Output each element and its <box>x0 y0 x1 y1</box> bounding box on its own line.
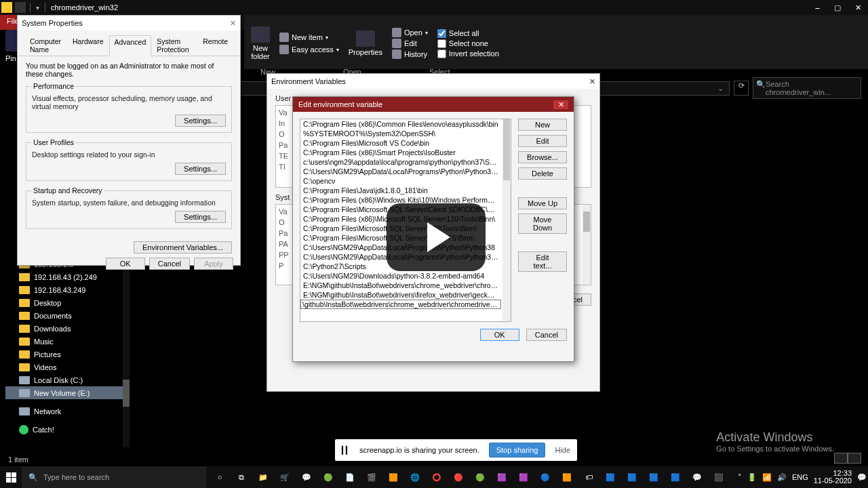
sidebar-item[interactable]: Network <box>5 405 125 418</box>
taskbar-app[interactable]: 🟦 <box>666 468 685 487</box>
sidebar-item[interactable]: Videos <box>5 361 125 373</box>
taskbar-app[interactable]: 🟢 <box>471 468 490 487</box>
close-icon[interactable]: ✕ <box>553 100 568 109</box>
start-button[interactable] <box>0 466 22 488</box>
tab-advanced[interactable]: Advanced <box>109 35 152 56</box>
prof-settings-button[interactable]: Settings... <box>175 163 226 175</box>
taskbar-app[interactable]: 🛒 <box>275 468 294 487</box>
stop-sharing-button[interactable]: Stop sharing <box>489 443 546 458</box>
sidebar-item[interactable]: Catch! <box>5 423 125 436</box>
ok-button[interactable]: OK <box>480 329 519 341</box>
perf-settings-button[interactable]: Settings... <box>175 115 226 127</box>
clock[interactable]: 12:3311-05-2020 <box>814 470 852 485</box>
tray-up-icon[interactable]: ˄ <box>738 473 742 482</box>
path-item[interactable]: C:\Users\NGM29\AppData\Local\Programs\Py… <box>300 167 501 176</box>
taskbar-app[interactable]: 🟦 <box>644 468 663 487</box>
taskbar-app[interactable]: 🔴 <box>449 468 468 487</box>
path-item[interactable]: c:\users\ngm29\appdata\local\programs\py… <box>300 157 501 167</box>
edit-button[interactable]: Edit <box>392 39 428 48</box>
move-up-button[interactable]: Move Up <box>518 197 567 209</box>
taskbar-app[interactable]: 📄 <box>340 468 359 487</box>
view-buttons[interactable] <box>834 453 861 464</box>
easy-access-button[interactable]: Easy access▾ <box>279 45 339 54</box>
play-overlay-button[interactable] <box>387 203 486 271</box>
hide-button[interactable]: Hide <box>555 446 570 454</box>
path-item[interactable]: %SYSTEMROOT%\System32\OpenSSH\ <box>300 129 501 138</box>
select-none-button[interactable]: Select none <box>437 39 499 48</box>
sidebar-item[interactable]: Desktop <box>5 296 125 309</box>
new-button[interactable]: New <box>518 119 567 131</box>
taskbar-app[interactable]: ⬛ <box>709 468 728 487</box>
move-down-button[interactable]: Move Down <box>518 214 567 234</box>
sidebar-item[interactable] <box>5 418 125 423</box>
ok-button[interactable]: OK <box>106 258 145 270</box>
taskbar-app[interactable]: 🟦 <box>601 468 620 487</box>
invert-selection-button[interactable]: Invert selection <box>437 49 499 58</box>
taskbar-app[interactable]: ○ <box>210 468 229 487</box>
lang-indicator[interactable]: ENG <box>792 473 808 481</box>
edit-text-button[interactable]: Edit text... <box>518 251 567 272</box>
apply-button[interactable]: Apply <box>194 258 233 270</box>
path-edit-input[interactable]: \github\InstaBot\webdrivers\chrome_webdr… <box>300 300 501 309</box>
refresh-button[interactable]: ⟳ <box>734 81 749 96</box>
path-item[interactable]: E:\NGM\github\InstaBot\webdrivers\chrome… <box>300 281 501 290</box>
sidebar-item[interactable]: Local Disk (C:) <box>5 373 125 386</box>
delete-button[interactable]: Delete <box>518 167 567 180</box>
sidebar-item[interactable] <box>5 399 125 405</box>
battery-icon[interactable]: 🔋 <box>747 473 757 482</box>
tab-remote[interactable]: Remote <box>197 35 233 56</box>
minimize-button[interactable]: ‒ <box>807 0 827 15</box>
close-button[interactable]: ✕ <box>848 0 868 15</box>
close-icon[interactable]: ✕ <box>230 19 236 28</box>
qa-dropdown-icon[interactable]: ▾ <box>36 4 39 12</box>
taskbar-app[interactable]: 📁 <box>254 468 273 487</box>
sidebar-item[interactable]: 192.168.43.249 <box>5 283 125 296</box>
taskbar-app[interactable]: 💬 <box>297 468 316 487</box>
path-item[interactable]: C:\Program Files\Java\jdk1.8.0_181\bin <box>300 186 501 195</box>
volume-icon[interactable]: 🔊 <box>777 473 787 482</box>
taskbar-app[interactable]: 🟪 <box>492 468 511 487</box>
path-item[interactable]: E:\NGM\github\InstaBot\webdrivers\firefo… <box>300 290 501 300</box>
history-button[interactable]: History <box>392 49 428 59</box>
scrollbar[interactable] <box>583 205 591 285</box>
taskbar-app[interactable]: 🟧 <box>557 468 576 487</box>
select-all-button[interactable]: Select all <box>437 29 499 38</box>
tab-computer-name[interactable]: Computer Name <box>24 35 67 56</box>
taskbar-app[interactable]: 🏷 <box>579 468 598 487</box>
taskbar-app[interactable]: ⭕ <box>427 468 446 487</box>
notifications-icon[interactable]: 💬 <box>857 473 867 482</box>
taskbar-app[interactable]: 🟪 <box>514 468 533 487</box>
new-item-button[interactable]: New item▾ <box>279 33 339 42</box>
taskbar-search[interactable]: 🔍 Type here to search <box>22 466 206 488</box>
sidebar-item[interactable]: Music <box>5 335 125 348</box>
edit-button[interactable]: Edit <box>518 135 567 147</box>
wifi-icon[interactable]: 📶 <box>762 473 772 482</box>
sidebar-item[interactable]: Downloads <box>5 322 125 335</box>
path-item[interactable]: C:\Program Files (x86)\Smart Projects\Is… <box>300 148 501 157</box>
properties-button[interactable]: Properties <box>349 18 382 69</box>
taskbar-app[interactable]: 🌐 <box>406 468 425 487</box>
tab-hardware[interactable]: Hardware <box>67 35 109 56</box>
scrollbar[interactable] <box>502 119 511 321</box>
open-button[interactable]: Open▾ <box>392 28 428 37</box>
cancel-button[interactable]: Cancel <box>149 258 190 270</box>
path-item[interactable]: C:\Users\NGM29\Downloads\python-3.8.2-em… <box>300 271 501 281</box>
taskbar-app[interactable]: 🟢 <box>319 468 338 487</box>
taskbar-app[interactable]: 💬 <box>688 468 707 487</box>
env-vars-button[interactable]: Environment Variables... <box>134 241 232 253</box>
browse-button[interactable]: Browse... <box>518 151 567 163</box>
start-settings-button[interactable]: Settings... <box>175 211 226 223</box>
sidebar-item[interactable]: New Volume (E:) <box>5 386 125 399</box>
sidebar-item[interactable]: Pictures <box>5 348 125 361</box>
close-icon[interactable]: ✕ <box>589 77 595 86</box>
path-item[interactable]: C:\Program Files\Microsoft VS Code\bin <box>300 138 501 148</box>
search-input[interactable]: 🔍 Search chromedriver_win... <box>753 77 861 99</box>
taskbar-app[interactable]: 🔵 <box>536 468 555 487</box>
new-folder-button[interactable]: New folder <box>251 18 270 69</box>
sidebar-scrollbar[interactable] <box>123 258 130 447</box>
sidebar-item[interactable]: Documents <box>5 309 125 322</box>
maximize-button[interactable]: ▢ <box>827 0 848 15</box>
path-item[interactable]: C:\Program Files (x86)\Common Files\leno… <box>300 119 501 129</box>
taskbar-app[interactable]: 🎬 <box>362 468 381 487</box>
taskbar-app[interactable]: ⧉ <box>232 468 251 487</box>
